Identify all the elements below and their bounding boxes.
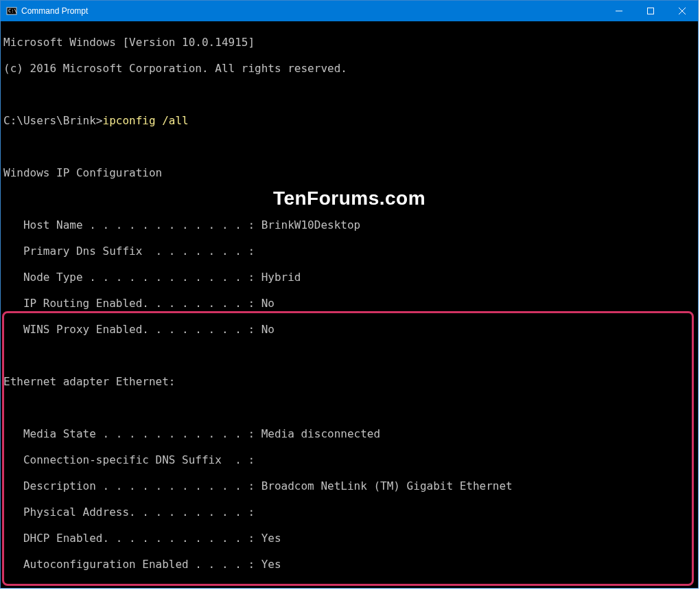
section-header: Windows IP Configuration — [3, 166, 695, 179]
console-output[interactable]: Microsoft Windows [Version 10.0.14915] (… — [1, 21, 698, 588]
autoconfig-line: Autoconfiguration Enabled . . . . : Yes — [3, 558, 695, 571]
blank-line — [3, 140, 695, 153]
section-header: Ethernet adapter Ethernet: — [3, 375, 695, 388]
wins-proxy-line: WINS Proxy Enabled. . . . . . . . : No — [3, 323, 695, 336]
command-text: ipconfig /all — [103, 114, 189, 127]
blank-line — [3, 401, 695, 414]
close-button[interactable] — [666, 1, 698, 21]
redacted-mac — [261, 508, 399, 518]
window-title: Command Prompt — [21, 6, 88, 16]
blank-line — [3, 192, 695, 205]
dhcp-enabled-line: DHCP Enabled. . . . . . . . . . . : Yes — [3, 532, 695, 545]
blank-line — [3, 584, 695, 588]
media-state-line: Media State . . . . . . . . . . . : Medi… — [3, 427, 695, 440]
minimize-button[interactable] — [603, 1, 635, 21]
svg-rect-3 — [648, 8, 654, 14]
blank-line — [3, 88, 695, 101]
version-line: Microsoft Windows [Version 10.0.14915] — [3, 36, 695, 49]
prompt-path: C:\Users\Brink> — [3, 114, 103, 127]
cmd-icon: C:\ — [6, 5, 17, 16]
maximize-button[interactable] — [635, 1, 666, 21]
description-line: Description . . . . . . . . . . . : Broa… — [3, 479, 695, 492]
host-name-line: Host Name . . . . . . . . . . . . : Brin… — [3, 218, 695, 231]
physical-address-line: Physical Address. . . . . . . . . : — [3, 506, 695, 519]
ip-routing-line: IP Routing Enabled. . . . . . . . : No — [3, 297, 695, 310]
svg-text:C:\: C:\ — [8, 8, 17, 14]
command-prompt-window: C:\ Command Prompt Microsoft Windows [Ve… — [0, 0, 699, 589]
prompt-line: C:\Users\Brink>ipconfig /all — [3, 114, 695, 127]
titlebar[interactable]: C:\ Command Prompt — [1, 1, 698, 21]
copyright-line: (c) 2016 Microsoft Corporation. All righ… — [3, 62, 695, 75]
conn-dns-line: Connection-specific DNS Suffix . : — [3, 453, 695, 466]
primary-dns-line: Primary Dns Suffix . . . . . . . : — [3, 245, 695, 258]
node-type-line: Node Type . . . . . . . . . . . . : Hybr… — [3, 271, 695, 284]
blank-line — [3, 349, 695, 362]
